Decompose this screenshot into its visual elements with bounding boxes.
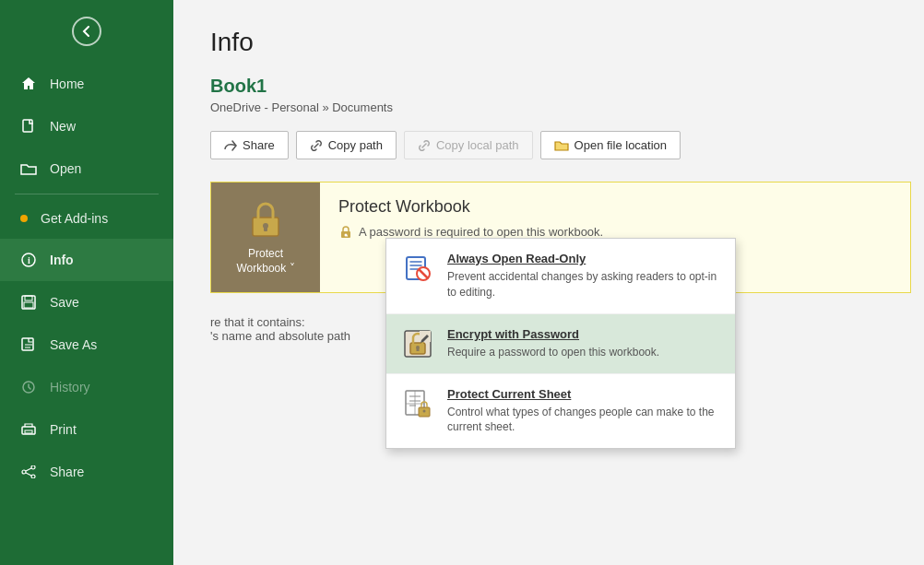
- sidebar-item-new[interactable]: New: [0, 105, 173, 147]
- link-disabled-icon: [418, 139, 431, 152]
- protect-dropdown-menu: Always Open Read-Only Prevent accidental…: [385, 238, 736, 449]
- sidebar-item-get-add-ins[interactable]: Get Add-ins: [0, 198, 173, 239]
- svg-rect-9: [25, 430, 32, 433]
- svg-text:i: i: [28, 255, 30, 265]
- sidebar-item-info[interactable]: i Info: [0, 239, 173, 281]
- protect-workbook-description: A password is required to open this work…: [359, 225, 603, 239]
- back-circle-icon[interactable]: [72, 17, 101, 46]
- new-icon: [20, 118, 37, 135]
- svg-rect-0: [23, 120, 32, 132]
- encrypt-password-icon: [401, 327, 434, 360]
- sidebar-item-label: History: [50, 380, 90, 394]
- copy-local-path-button-label: Copy local path: [436, 138, 519, 152]
- dropdown-item-encrypt-text: Encrypt with Password Require a password…: [447, 327, 720, 360]
- dropdown-item-read-only-title: Always Open Read-Only: [447, 252, 720, 265]
- sidebar-item-home[interactable]: Home: [0, 63, 173, 105]
- file-name: Book1: [210, 76, 887, 97]
- svg-rect-5: [24, 302, 33, 308]
- sidebar-item-history: History: [0, 366, 173, 408]
- sidebar-item-label: Info: [50, 253, 74, 267]
- sidebar-item-print[interactable]: Print: [0, 408, 173, 451]
- history-icon: [20, 379, 37, 395]
- lock-small-icon: [338, 224, 353, 239]
- sidebar: Home New Open Get Add-ins i: [0, 0, 173, 565]
- copy-path-button[interactable]: Copy path: [296, 131, 397, 159]
- save-as-icon: [20, 336, 37, 353]
- open-file-location-button[interactable]: Open file location: [540, 131, 681, 159]
- sidebar-item-save[interactable]: Save: [0, 281, 173, 324]
- share-icon: [20, 464, 37, 480]
- sidebar-item-label: Save: [50, 295, 79, 310]
- properties-text-1: re that it contains:: [210, 315, 305, 329]
- share-button[interactable]: Share: [210, 131, 289, 159]
- svg-line-14: [26, 473, 31, 476]
- dropdown-item-read-only-desc: Prevent accidental changes by asking rea…: [447, 269, 720, 300]
- open-file-location-button-label: Open file location: [575, 138, 667, 152]
- dropdown-item-protect-sheet-title: Protect Current Sheet: [447, 387, 720, 401]
- share-button-label: Share: [243, 138, 275, 152]
- protect-workbook-title: Protect Workbook: [338, 197, 892, 217]
- sidebar-item-label: Share: [50, 465, 84, 479]
- sidebar-item-label: Get Add-ins: [41, 211, 108, 226]
- page-title: Info: [210, 28, 887, 57]
- info-icon: i: [20, 252, 37, 268]
- save-icon: [20, 294, 37, 311]
- dropdown-item-protect-sheet-text: Protect Current Sheet Control what types…: [447, 387, 720, 436]
- home-icon: [20, 76, 37, 92]
- protect-workbook-desc: A password is required to open this work…: [338, 224, 892, 239]
- action-buttons: Share Copy path Copy local path Open fil…: [210, 131, 887, 159]
- dropdown-item-read-only[interactable]: Always Open Read-Only Prevent accidental…: [386, 239, 735, 314]
- dot-icon: [20, 215, 28, 222]
- protect-workbook-label: ProtectWorkbook ˅: [236, 247, 294, 276]
- share-btn-icon: [224, 140, 237, 151]
- folder-icon: [554, 139, 569, 151]
- sidebar-item-open[interactable]: Open: [0, 147, 173, 190]
- back-button[interactable]: [0, 0, 173, 63]
- dropdown-item-encrypt-title: Encrypt with Password: [447, 327, 720, 341]
- sidebar-item-share[interactable]: Share: [0, 451, 173, 493]
- dropdown-item-protect-sheet[interactable]: Protect Current Sheet Control what types…: [386, 374, 735, 449]
- sidebar-item-label: Home: [50, 77, 84, 91]
- sidebar-item-label: New: [50, 119, 76, 134]
- dropdown-item-encrypt-desc: Require a password to open this workbook…: [447, 345, 720, 360]
- sidebar-item-label: Open: [50, 161, 81, 176]
- sidebar-divider: [15, 194, 159, 194]
- file-path: OneDrive - Personal » Documents: [210, 100, 887, 114]
- lock-icon: [245, 199, 286, 240]
- protect-workbook-button[interactable]: ProtectWorkbook ˅: [211, 182, 320, 292]
- read-only-icon: [401, 252, 434, 285]
- protect-sheet-icon: [401, 387, 434, 420]
- copy-path-button-label: Copy path: [328, 138, 383, 152]
- dropdown-item-read-only-text: Always Open Read-Only Prevent accidental…: [447, 252, 720, 300]
- svg-rect-17: [264, 227, 267, 231]
- dropdown-item-encrypt-password[interactable]: Encrypt with Password Require a password…: [386, 314, 735, 374]
- svg-line-13: [26, 468, 31, 471]
- open-icon: [20, 160, 37, 177]
- svg-rect-26: [417, 348, 420, 351]
- dropdown-item-protect-sheet-desc: Control what types of changes people can…: [447, 405, 720, 436]
- main-content: Info Book1 OneDrive - Personal » Documen…: [173, 0, 924, 565]
- sidebar-item-label: Print: [50, 422, 77, 437]
- svg-point-10: [31, 465, 35, 469]
- sidebar-item-save-as[interactable]: Save As: [0, 324, 173, 366]
- svg-point-11: [31, 475, 35, 478]
- print-icon: [20, 421, 37, 438]
- svg-point-12: [22, 470, 26, 474]
- sidebar-item-label: Save As: [50, 337, 97, 352]
- copy-local-path-button: Copy local path: [404, 131, 533, 159]
- properties-text-2: 's name and absolute path: [210, 329, 350, 343]
- svg-point-35: [423, 409, 426, 412]
- link-icon: [310, 139, 323, 152]
